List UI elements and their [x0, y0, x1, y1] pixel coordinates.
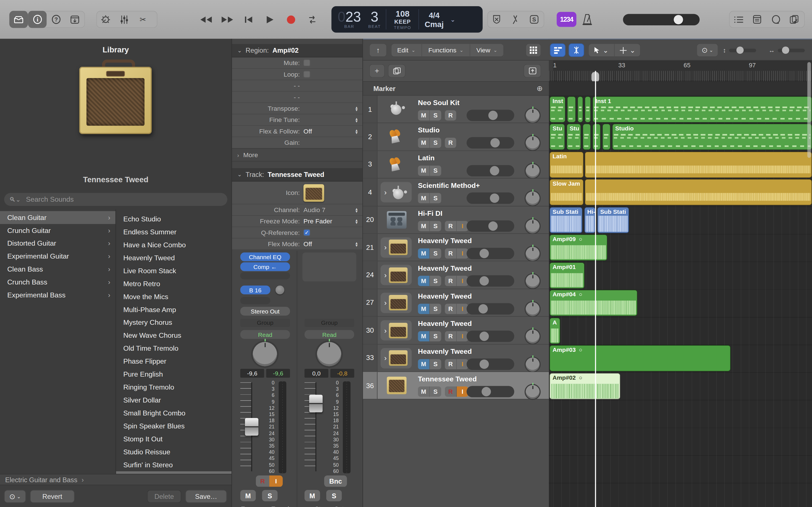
pan-knob[interactable] [317, 342, 341, 366]
track-solo-button[interactable]: S [430, 110, 441, 121]
track-name[interactable]: Latin [418, 154, 435, 162]
track-record-button[interactable]: R [445, 248, 457, 259]
category-item[interactable]: Crunch Guitar › [0, 224, 116, 237]
insert-area-empty[interactable] [303, 252, 356, 281]
preset-item[interactable]: Stomp It Out [116, 433, 232, 446]
preset-item[interactable]: Old Time Tremolo [116, 342, 232, 355]
preset-item[interactable]: Silver Dollar [116, 394, 232, 407]
region[interactable]: Amp#04 ○ [550, 290, 638, 316]
transpose-stepper[interactable]: ▲▼ [355, 106, 358, 111]
preset-item[interactable]: Spin Speaker Blues [116, 420, 232, 433]
volume-fader[interactable] [309, 395, 323, 412]
track-volume-knob[interactable] [479, 249, 489, 258]
preset-item[interactable]: Live Room Stack [116, 265, 232, 277]
preset-item[interactable]: Have a Nice Combo [116, 238, 232, 251]
region[interactable]: Sub Stati [550, 207, 583, 233]
track-volume-slider[interactable] [467, 137, 514, 149]
track-inspector-header[interactable]: ⌄ Track: Tennessee Tweed [232, 168, 363, 182]
track-mute-button[interactable]: M [418, 386, 430, 397]
track-mute-button[interactable]: M [418, 193, 430, 203]
autopunch-button[interactable] [487, 11, 506, 28]
insert-slot-channel-eq[interactable]: Channel EQ [240, 252, 290, 261]
track-volume-slider[interactable] [467, 193, 514, 204]
region-more-disclosure[interactable]: › More [232, 149, 363, 161]
group-slot[interactable]: Group [305, 319, 354, 327]
lcd-tempo-mode[interactable]: KEEP [394, 18, 411, 24]
track-name[interactable]: Heavenly Tweed [418, 320, 472, 328]
track-mute-button[interactable]: M [418, 110, 430, 121]
fine-tune-stepper[interactable]: ▲▼ [355, 117, 358, 122]
duplicate-track-button[interactable] [388, 64, 405, 78]
track-mute-button[interactable]: M [418, 304, 430, 314]
region[interactable] [582, 124, 591, 150]
preset-item[interactable]: Echo Studio [116, 213, 232, 226]
preset-item[interactable]: Small Bright Combo [116, 407, 232, 420]
volume-fader[interactable] [245, 418, 259, 436]
freeze-mode-stepper[interactable]: ▲▼ [355, 219, 358, 224]
insert-slot-compressor[interactable]: Comp ← [240, 262, 290, 271]
preset-item[interactable]: Phase Flipper [116, 355, 232, 368]
track-mute-button[interactable]: M [418, 331, 430, 342]
track-record-button[interactable]: R [445, 331, 457, 342]
insert-slot-empty[interactable] [240, 272, 290, 279]
left-click-tool-menu[interactable]: ⌄ [589, 43, 615, 57]
record-enable-button[interactable]: R [256, 475, 269, 487]
region[interactable]: Hi- [584, 207, 596, 233]
peak-value[interactable]: -0,8 [331, 369, 354, 378]
category-item[interactable]: Experimental Guitar › [0, 250, 116, 263]
preset-item[interactable]: Echo Stack [116, 210, 232, 213]
add-marker-icon[interactable]: ⊕ [537, 84, 543, 93]
region[interactable]: Studio [612, 124, 812, 150]
flex-mode-value[interactable]: Off [303, 240, 312, 247]
region[interactable] [585, 96, 591, 123]
track-name[interactable]: Heavenly Tweed [418, 292, 472, 300]
track-solo-button[interactable]: S [430, 331, 441, 342]
input-monitor-button[interactable]: I [269, 475, 283, 487]
grid-view-button[interactable] [525, 43, 541, 57]
horizontal-zoom-slider[interactable] [778, 48, 805, 52]
track-disclosure-box[interactable]: › [380, 237, 412, 258]
track-volume-slider[interactable] [467, 386, 514, 397]
lcd-beat-value[interactable]: 3 [371, 10, 378, 24]
region[interactable] [585, 152, 812, 178]
horizontal-zoom-control[interactable]: ↔ [769, 46, 805, 55]
list-editors-button[interactable] [729, 11, 748, 28]
lcd-bar-value[interactable]: 23 [345, 10, 361, 24]
category-item[interactable]: Crunch Bass › [0, 276, 116, 289]
send-level-knob[interactable] [275, 286, 284, 294]
track-volume-knob[interactable] [478, 304, 488, 314]
track-icon-thumbnail[interactable] [303, 184, 324, 202]
track-name[interactable]: Heavenly Tweed [418, 347, 472, 355]
mixer-button[interactable] [115, 11, 134, 28]
track-mute-button[interactable]: M [418, 221, 430, 231]
lcd-tempo-value[interactable]: 108 [396, 9, 409, 18]
preset-item[interactable]: Pure English [116, 368, 232, 381]
toolbar-disclosure-button[interactable] [65, 11, 84, 28]
region[interactable] [585, 179, 812, 206]
local-menu[interactable]: View ⌄ [470, 43, 504, 57]
search-field[interactable]: 🔍︎⌄ [4, 193, 227, 206]
breadcrumb[interactable]: Electric Guitar and Bass › [0, 474, 232, 485]
track-header-row[interactable]: 30 › Heavenly Tweed M S R [363, 317, 549, 344]
category-item[interactable]: Distorted Guitar › [0, 237, 116, 250]
track-pan-knob[interactable] [525, 109, 540, 123]
loop-checkbox[interactable] [303, 71, 310, 78]
region[interactable]: Amp#02 ○ [550, 373, 620, 399]
preset-item[interactable]: Heavenly Tweed [116, 251, 232, 265]
track-volume-slider[interactable] [467, 110, 514, 121]
track-record-button[interactable]: R [445, 359, 457, 369]
preset-item[interactable]: Move the Mics [116, 290, 232, 303]
catch-playhead-button[interactable]: ↑ [369, 43, 387, 57]
region[interactable]: Inst [550, 96, 566, 123]
region[interactable] [592, 124, 601, 150]
play-button[interactable] [262, 13, 277, 26]
region[interactable]: A [550, 318, 560, 344]
region[interactable]: Sub Stati [597, 207, 629, 233]
output-slot[interactable]: Stereo Out [240, 307, 290, 316]
region[interactable]: Slow Jam [550, 179, 583, 206]
track-name[interactable]: Heavenly Tweed [418, 237, 472, 245]
preset-item[interactable]: Studio Reissue [116, 445, 232, 458]
track-mute-button[interactable]: M [418, 276, 430, 286]
tuner-button[interactable] [506, 11, 524, 28]
region[interactable] [602, 124, 610, 150]
